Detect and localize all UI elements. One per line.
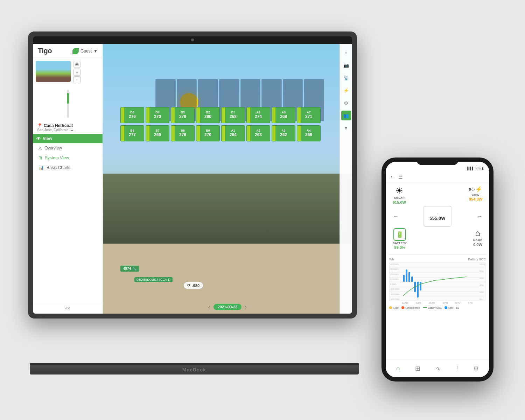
legend-consumption: Consumption [401, 306, 420, 309]
list-icon-button[interactable]: ≡ [341, 123, 351, 133]
phone-content: ☀ SOLAR 615.0W ((·)) ⚡ GRID 954.3W [386, 182, 489, 377]
grid-icon: ⊞ [38, 155, 42, 160]
chart-legend: Solar Consumption Battery SOC Sctc [389, 306, 486, 309]
center-power-box: ~ 555.0W [424, 206, 451, 227]
laptop-brand: MacBook [182, 367, 206, 372]
phone-nav-settings[interactable]: ⚙ [473, 365, 479, 372]
legend-sctc: Sctc [444, 306, 453, 309]
panel-B5[interactable]: B5 276 [120, 107, 144, 123]
center-power-value: 555.0W [430, 216, 446, 221]
phone-screen: ▌▌▌ ((·)) ▮ ← ☰ ☀ SOLAR 615. [386, 162, 489, 377]
panel-A8[interactable]: A8 268 [272, 107, 295, 123]
sidebar-item-overview[interactable]: △ Overview [33, 143, 103, 153]
inverter-badge[interactable]: ⟳ -980 [183, 282, 203, 289]
alert-nav-icon: ! [456, 365, 458, 372]
sctc-legend-dot [444, 306, 447, 309]
battery-icon: 🔋 [393, 228, 406, 241]
chart-x-labels: 12AM 6AM 10AM 3PM 6PM 9PM [389, 302, 486, 304]
menu-icon[interactable]: ☰ [398, 174, 403, 180]
legend-solar: Solar [389, 306, 399, 309]
sidebar-collapse-button[interactable]: << [33, 303, 103, 314]
home-nav-icon: ⌂ [396, 365, 400, 372]
device-id-label: 04C05B909814 (CCA 1) [134, 277, 173, 282]
people-icon-button[interactable]: 👥 [341, 111, 351, 120]
arrow-left-icon: ← [393, 213, 398, 219]
phone-nav-alert[interactable]: ! [456, 365, 458, 372]
prev-date-button[interactable]: ‹ [208, 304, 210, 310]
panel-B6[interactable]: B6 277 [120, 125, 144, 141]
settings-icon-button[interactable]: ⚙ [341, 98, 351, 108]
wifi-icon-button[interactable]: 📡 [341, 73, 351, 83]
panel-A2[interactable]: A2 263 [246, 125, 270, 141]
phone-notch [416, 158, 458, 165]
wifi-status-icon: ((·)) [476, 167, 481, 170]
panel-B8[interactable]: B8 276 [171, 125, 195, 141]
site-thumbnail [36, 61, 71, 82]
panels-row-2: B6 277 B7 269 B8 276 [120, 125, 321, 141]
panel-4874-badge[interactable]: 4874 🔧 [120, 266, 139, 272]
panel-A7[interactable]: A7 271 [297, 107, 321, 123]
chart-y-label-wh: Wh [389, 258, 394, 261]
panel-B7[interactable]: B7 269 [146, 125, 169, 141]
back-button[interactable]: ← [390, 174, 396, 180]
chart-canvas: 400.0Wh 300.0Wh 200.0Wh 100.0Wh 0.0Wh -1… [389, 262, 486, 301]
location-pin-icon: 📍 [37, 123, 42, 128]
battery-soc-line [390, 263, 485, 301]
solar-grid-spacer [406, 186, 469, 204]
legend-page: 1/2 [456, 306, 460, 309]
phone-nav-home[interactable]: ⌂ [396, 365, 400, 372]
panel-A4[interactable]: A4 269 [297, 125, 321, 141]
panel-B2[interactable]: B2 280 [196, 107, 220, 123]
panel-B9[interactable]: B9 270 [196, 125, 220, 141]
cloud-icon: ☁ [70, 128, 74, 132]
tigo-app: Tigo Guest ▼ [33, 44, 352, 314]
inverter-icon: ⟳ [187, 283, 190, 288]
phone: ▌▌▌ ((·)) ▮ ← ☰ ☀ SOLAR 615. [382, 158, 493, 382]
solar-icon: ☀ [396, 186, 403, 196]
panel-A9[interactable]: A9 274 [246, 107, 270, 123]
panel-A1[interactable]: A1 264 [221, 125, 245, 141]
scroll-indicator [67, 90, 69, 118]
sidebar-item-system-view[interactable]: ⊞ System View [33, 153, 103, 163]
energy-section: ☀ SOLAR 615.0W ((·)) ⚡ GRID 954.3W [386, 182, 489, 254]
triangle-icon: △ [38, 146, 42, 150]
home-energy-item: ⌂ HOME 0.0W [473, 228, 482, 250]
site-location: San Jose, California ☁ [37, 128, 98, 132]
laptop-screen-bezel: Tigo Guest ▼ [33, 36, 352, 314]
arrow-right-icon: → [477, 213, 482, 219]
panels-overlay: B5 276 B4 270 B3 279 [120, 107, 321, 141]
zoom-in-button[interactable]: + [74, 69, 80, 76]
solar-legend-dot [389, 306, 392, 309]
map-bottom-controls: ‹ 2021-09-23 › [103, 304, 352, 310]
laptop-base: MacBook [30, 365, 359, 374]
signal-icon: ▌▌▌ [467, 167, 474, 170]
right-collapse-button[interactable]: « [341, 48, 351, 57]
site-name: 📍 Casa Hethcoat [37, 123, 98, 128]
chart-icon: 📊 [38, 165, 44, 170]
guest-badge[interactable]: Guest ▼ [72, 48, 98, 54]
panel-B1[interactable]: B1 268 [221, 107, 245, 123]
map-target-icon[interactable]: ⊕ [74, 61, 80, 68]
nav-section-view: 👁 View [33, 134, 103, 143]
sidebar-item-basic-charts[interactable]: 📊 Basic Charts [33, 163, 103, 173]
guest-label: Guest [80, 49, 92, 54]
grid-value: 954.3W [469, 197, 482, 201]
panel-B4[interactable]: B4 270 [146, 107, 169, 123]
zoom-out-button[interactable]: − [74, 76, 80, 83]
camera-icon-button[interactable]: 📷 [341, 60, 351, 70]
home-icon: ⌂ [475, 228, 481, 238]
right-icon-bar: « 📷 📡 ⚡ ⚙ 👥 ≡ [340, 44, 352, 314]
panel-B3[interactable]: B3 279 [171, 107, 195, 123]
phone-nav-chart[interactable]: ∿ [436, 365, 441, 372]
legend-battery-soc: Battery SOC [423, 306, 442, 309]
next-date-button[interactable]: › [245, 304, 247, 310]
lightning-icon-button[interactable]: ⚡ [341, 85, 351, 95]
date-badge[interactable]: 2021-09-23 [214, 304, 241, 310]
wrench-icon: 🔧 [132, 267, 136, 271]
laptop-camera [191, 38, 194, 41]
tigo-logo: Tigo [38, 47, 52, 55]
consumption-legend-dot [401, 306, 404, 309]
panel-A3[interactable]: A3 262 [272, 125, 295, 141]
battery-energy-item: 🔋 BATTERY 89.0% [393, 228, 407, 250]
phone-nav-grid[interactable]: ⊞ [415, 365, 420, 372]
